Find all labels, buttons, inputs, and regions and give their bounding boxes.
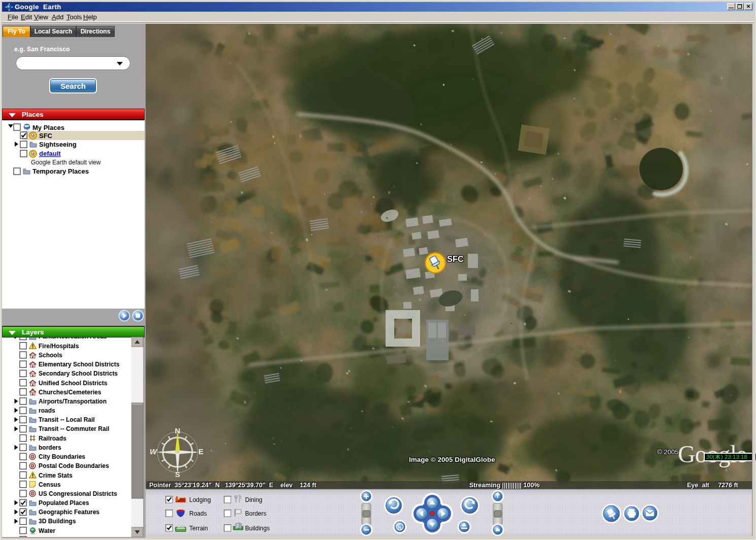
svg-text:City Boundaries: City Boundaries: [39, 453, 85, 460]
svg-text:SFC: SFC: [447, 254, 464, 263]
svg-text:Temporary Places: Temporary Places: [32, 167, 89, 175]
svg-text:N: N: [398, 525, 402, 530]
svg-text:W: W: [150, 447, 158, 456]
svg-text:Sightseeing: Sightseeing: [39, 141, 77, 148]
svg-text:Parks/Recreation Areas: Parks/Recreation Areas: [39, 338, 107, 340]
svg-text:Geographic Features: Geographic Features: [39, 509, 99, 516]
svg-text:Fire/Hospitals: Fire/Hospitals: [39, 343, 79, 350]
svg-text:US Congressional Districts: US Congressional Districts: [39, 490, 117, 497]
svg-text:E: E: [198, 447, 203, 456]
svg-text:Earthquakes: Earthquakes: [39, 536, 75, 537]
svg-text:Elementary School Districts: Elementary School Districts: [39, 361, 120, 368]
svg-text:Unified School Districts: Unified School Districts: [39, 380, 108, 387]
svg-text:default: default: [39, 150, 61, 157]
svg-text:N: N: [175, 426, 181, 435]
svg-text:Airports/Transportation: Airports/Transportation: [39, 398, 107, 405]
svg-text:My Places: My Places: [32, 124, 64, 131]
svg-text:Populated Places: Populated Places: [39, 499, 89, 507]
svg-text:SFC: SFC: [39, 132, 53, 140]
svg-text:Water: Water: [39, 527, 55, 534]
svg-text:Census: Census: [39, 481, 61, 488]
svg-text:Transit -- Local Rail: Transit -- Local Rail: [39, 416, 95, 423]
svg-text:borders: borders: [39, 444, 61, 451]
svg-text:Postal Code Boundaries: Postal Code Boundaries: [39, 462, 109, 469]
svg-text:Crime Stats: Crime Stats: [39, 472, 73, 479]
svg-text:Google Earth default view: Google Earth default view: [31, 159, 101, 166]
svg-text:Transit -- Commuter Rail: Transit -- Commuter Rail: [39, 425, 109, 432]
svg-text:Secondary School Districts: Secondary School Districts: [39, 370, 118, 377]
svg-text:Churches/Cemeteries: Churches/Cemeteries: [39, 389, 101, 396]
svg-text:Railroads: Railroads: [39, 435, 66, 442]
svg-text:3D Buildings: 3D Buildings: [39, 518, 76, 525]
svg-text:S: S: [175, 470, 180, 479]
svg-text:roads: roads: [39, 407, 55, 414]
svg-text:Schools: Schools: [39, 352, 62, 359]
